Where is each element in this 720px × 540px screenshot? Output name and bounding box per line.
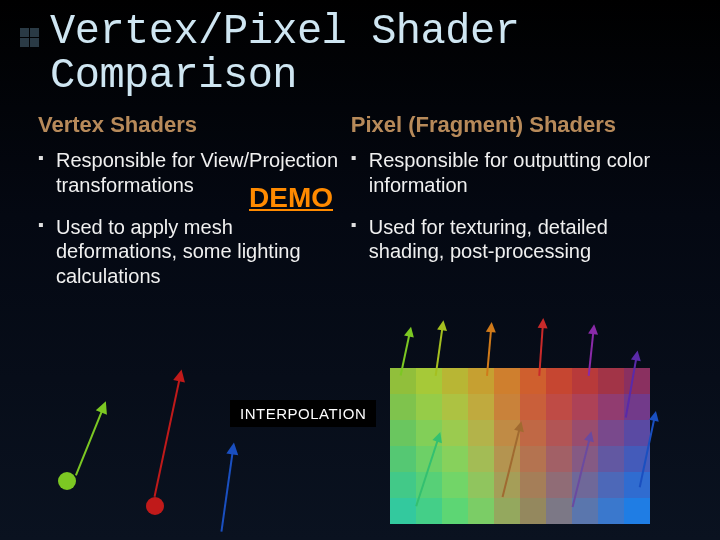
pixel-diagram: [390, 328, 650, 528]
columns: Vertex Shaders Responsible for View/Proj…: [0, 98, 720, 306]
list-item: Responsible for outputting color informa…: [351, 148, 686, 197]
title-area: Vertex/Pixel Shader Comparison: [0, 0, 720, 98]
grid-icon: [20, 28, 40, 48]
right-list: Responsible for outputting color informa…: [351, 148, 686, 264]
right-heading: Pixel (Fragment) Shaders: [351, 112, 686, 138]
slide: Vertex/Pixel Shader Comparison Vertex Sh…: [0, 0, 720, 540]
list-item: Used for texturing, detailed shading, po…: [351, 215, 686, 264]
arrow-up-icon: [220, 452, 233, 531]
arrow-up-icon: [75, 410, 103, 476]
vertex-dot-green: [58, 472, 76, 490]
vertex-diagram: [56, 352, 256, 532]
list-item: Used to apply mesh deformations, some li…: [38, 215, 343, 288]
left-list: Responsible for View/Projection transfor…: [38, 148, 343, 288]
right-column: Pixel (Fragment) Shaders Responsible for…: [351, 112, 686, 306]
vertex-dot-red: [146, 497, 164, 515]
arrow-up-icon: [154, 379, 181, 497]
demo-link[interactable]: DEMO: [249, 182, 333, 214]
left-heading: Vertex Shaders: [38, 112, 343, 138]
pixel-grid: [390, 368, 650, 524]
page-title: Vertex/Pixel Shader Comparison: [50, 10, 682, 98]
